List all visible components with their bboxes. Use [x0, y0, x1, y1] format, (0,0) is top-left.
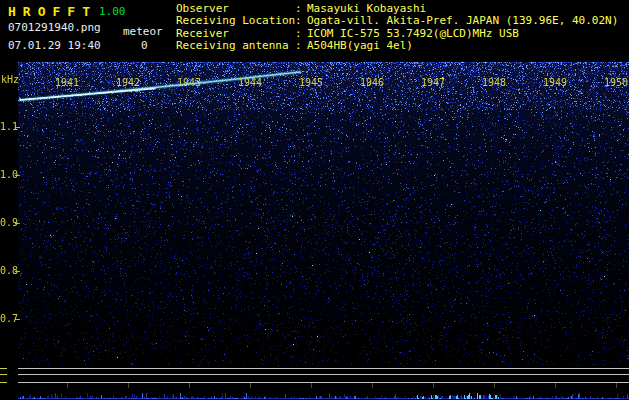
time-label: 1945 [299, 77, 323, 88]
y-axis-unit-label: kHz [1, 74, 19, 85]
freq-label: 1.1 [0, 121, 18, 132]
time-label: 1941 [55, 77, 79, 88]
time-label: 1947 [421, 77, 445, 88]
station-row-location: Receiving Location:Ogata-vill. Akita-Pre… [176, 15, 618, 27]
meteor-counter-label: meteor [123, 25, 163, 38]
time-label: 1942 [116, 77, 140, 88]
time-label: 1946 [360, 77, 384, 88]
time-label: 1948 [482, 77, 506, 88]
station-value: A504HB(yagi 4el) [307, 40, 413, 52]
hrofft-window: HROFFT 1.00 0701291940.png meteor 07.01.… [0, 0, 629, 400]
spectrogram-panel: kHz 1941 1942 1943 1944 1945 1946 1947 1… [0, 62, 629, 400]
station-info: Observer:Masayuki Kobayashi Receiving Lo… [176, 3, 618, 53]
freq-label: 0.8 [0, 265, 18, 276]
time-label: 1944 [238, 77, 262, 88]
capture-datetime: 07.01.29 19:40 [8, 39, 101, 52]
app-title: HROFFT [8, 4, 97, 19]
meteor-counter-value: 0 [141, 39, 148, 52]
label-separator: : [295, 40, 303, 52]
station-label: Receiving Location [176, 15, 295, 27]
freq-label: 1.0 [0, 169, 18, 180]
time-label: 1950 [604, 77, 628, 88]
time-label: 1949 [543, 77, 567, 88]
station-label: Receiving antenna [176, 40, 295, 52]
freq-label: 0.9 [0, 217, 18, 228]
spectrogram-canvas [0, 62, 629, 400]
time-label: 1943 [177, 77, 201, 88]
capture-filename: 0701291940.png [8, 21, 101, 34]
app-version: 1.00 [99, 5, 126, 18]
station-row-antenna: Receiving antenna:A504HB(yagi 4el) [176, 40, 618, 52]
freq-label: 0.7 [0, 313, 18, 324]
label-separator: : [295, 15, 303, 27]
station-value: Ogata-vill. Akita-Pref. JAPAN (139.96E, … [307, 15, 618, 27]
